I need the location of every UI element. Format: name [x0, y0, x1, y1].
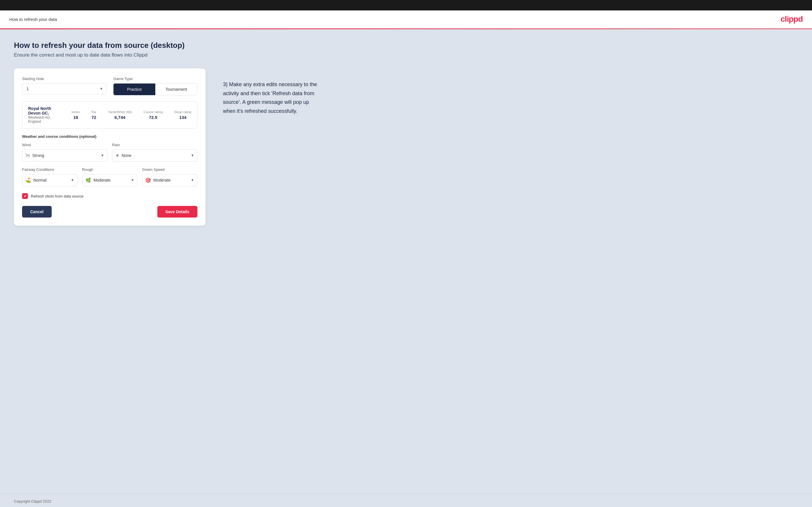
par-stat: Par 72: [92, 110, 96, 120]
rough-select[interactable]: Moderate Light Heavy: [94, 178, 127, 182]
header: How to refresh your data clippd: [0, 10, 812, 29]
top-form-row: Starting Hole 1 10 ▼ Game Type Practice …: [22, 76, 197, 96]
rough-arrow: ▼: [131, 178, 134, 182]
side-text-content: 3) Make any extra edits necessary to the…: [223, 80, 322, 115]
holes-value: 18: [72, 115, 80, 120]
wind-select-wrapper[interactable]: 🌬 Strong Calm Mild ▼: [22, 149, 107, 162]
refresh-checkbox-label: Refresh shots from data source: [31, 194, 83, 199]
green-speed-label: Green Speed: [142, 167, 197, 172]
rough-icon: 🌿: [85, 177, 91, 183]
course-name-sub: Westward Ho!, England: [28, 115, 60, 123]
course-name-main: Royal North Devon GC,: [28, 106, 60, 115]
footer: Copyright Clippd 2022: [0, 494, 812, 507]
page-heading: How to refresh your data from source (de…: [14, 41, 798, 50]
rough-group: Rough 🌿 Moderate Light Heavy ▼: [82, 167, 138, 186]
par-label: Par: [92, 110, 96, 114]
course-rating-stat: Course rating 72.5: [143, 110, 163, 120]
rough-select-wrapper[interactable]: 🌿 Moderate Light Heavy ▼: [82, 174, 138, 186]
game-type-buttons: Practice Tournament: [113, 83, 197, 96]
form-card: Starting Hole 1 10 ▼ Game Type Practice …: [14, 68, 206, 226]
wind-label: Wind: [22, 143, 107, 147]
footer-copyright: Copyright Clippd 2022: [14, 499, 51, 504]
main-content: How to refresh your data from source (de…: [0, 29, 812, 494]
par-value: 72: [92, 115, 96, 120]
fairway-arrow: ▼: [71, 178, 74, 182]
green-speed-arrow: ▼: [191, 178, 194, 182]
tournament-button[interactable]: Tournament: [155, 83, 197, 95]
starting-hole-select-wrapper[interactable]: 1 10 ▼: [22, 83, 106, 94]
game-type-group: Game Type Practice Tournament: [113, 76, 197, 96]
practice-button[interactable]: Practice: [113, 83, 155, 95]
wind-rain-row: Wind 🌬 Strong Calm Mild ▼ Rain ☀: [22, 143, 197, 162]
logo: clippd: [781, 14, 803, 24]
green-speed-select[interactable]: Moderate Slow Fast: [153, 178, 187, 182]
fairway-select[interactable]: Normal Firm Soft: [33, 178, 67, 182]
fairway-label: Fairway Conditions: [22, 167, 78, 172]
page-subheading: Ensure the correct and most up to date d…: [14, 52, 798, 58]
rain-select-wrapper[interactable]: ☀ None Light Heavy ▼: [112, 149, 197, 162]
button-row: Cancel Save Details: [22, 206, 197, 218]
game-type-label: Game Type: [113, 76, 197, 81]
fairway-select-wrapper[interactable]: ⛳ Normal Firm Soft ▼: [22, 174, 78, 186]
green-speed-icon: 🎯: [145, 177, 151, 183]
rain-icon: ☀: [115, 153, 119, 158]
fairway-group: Fairway Conditions ⛳ Normal Firm Soft ▼: [22, 167, 78, 186]
course-name: Royal North Devon GC, Westward Ho!, Engl…: [28, 106, 60, 123]
wind-group: Wind 🌬 Strong Calm Mild ▼: [22, 143, 107, 162]
wind-select[interactable]: Strong Calm Mild: [32, 153, 97, 158]
rain-group: Rain ☀ None Light Heavy ▼: [112, 143, 197, 162]
slope-rating-value: 134: [174, 115, 191, 120]
green-speed-select-wrapper[interactable]: 🎯 Moderate Slow Fast ▼: [142, 174, 197, 186]
course-info-box: Royal North Devon GC, Westward Ho!, Engl…: [22, 101, 197, 128]
rain-select[interactable]: None Light Heavy: [122, 153, 187, 158]
content-layout: Starting Hole 1 10 ▼ Game Type Practice …: [14, 68, 798, 226]
save-button[interactable]: Save Details: [157, 206, 198, 218]
slope-rating-label: Slope rating: [174, 110, 191, 114]
cancel-button[interactable]: Cancel: [22, 206, 52, 218]
rain-label: Rain: [112, 143, 197, 147]
side-text: 3) Make any extra edits necessary to the…: [223, 68, 322, 115]
green-speed-group: Green Speed 🎯 Moderate Slow Fast ▼: [142, 167, 197, 186]
fairway-icon: ⛳: [25, 177, 31, 183]
top-bar: [0, 0, 812, 10]
starting-hole-group: Starting Hole 1 10 ▼: [22, 76, 106, 96]
holes-label: Holes: [72, 110, 80, 114]
yards-value: 6,744: [108, 115, 132, 120]
wind-icon: 🌬: [25, 153, 30, 158]
conditions-title: Weather and course conditions (optional): [22, 134, 197, 138]
fairway-rough-green-row: Fairway Conditions ⛳ Normal Firm Soft ▼ …: [22, 167, 197, 186]
starting-hole-select[interactable]: 1 10: [22, 83, 106, 94]
yards-stat: Yards/White (M)) 6,744: [108, 110, 132, 120]
rough-label: Rough: [82, 167, 138, 172]
header-title: How to refresh your data: [9, 17, 57, 22]
course-rating-value: 72.5: [143, 115, 163, 120]
slope-rating-stat: Slope rating 134: [174, 110, 191, 120]
rain-arrow: ▼: [191, 154, 194, 158]
holes-stat: Holes 18: [72, 110, 80, 120]
refresh-checkbox-row: Refresh shots from data source: [22, 193, 197, 199]
course-rating-label: Course rating: [143, 110, 163, 114]
starting-hole-label: Starting Hole: [22, 76, 106, 81]
yards-label: Yards/White (M)): [108, 110, 132, 114]
wind-arrow: ▼: [101, 154, 104, 158]
refresh-checkbox[interactable]: [22, 193, 28, 199]
